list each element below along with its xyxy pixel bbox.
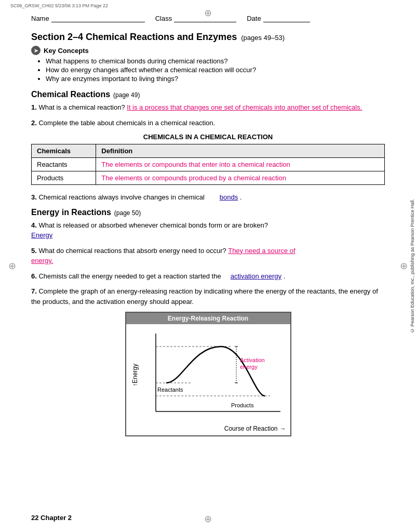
- q6-text: Chemists call the energy needed to get a…: [38, 272, 221, 280]
- key-concepts-label: Key Concepts: [44, 47, 89, 55]
- table-header-row: Chemicals Definition: [32, 144, 385, 158]
- q6-end: .: [284, 272, 286, 280]
- key-concept-2: How do energy changes affect whether a c…: [46, 66, 385, 74]
- q1-answer: It is a process that changes one set of …: [127, 103, 362, 111]
- name-field: Name: [31, 15, 145, 22]
- question-7: 7. Complete the graph of an energy-relea…: [31, 286, 385, 307]
- chem-reactions-page: (page 49): [113, 91, 140, 99]
- table-row: Products The elements or compounds produ…: [32, 171, 385, 185]
- graph-y-label: ↑ Energy: [129, 328, 140, 422]
- reactants-label: Reactants: [32, 158, 96, 171]
- question-2: 2. Complete the table about chemicals in…: [31, 118, 385, 128]
- products-label: Products: [32, 171, 96, 185]
- chem-reactions-label: Chemical Reactions: [31, 90, 110, 99]
- question-5: 5. What do chemical reactions that absor…: [31, 246, 385, 266]
- name-label: Name: [31, 15, 49, 22]
- key-concepts-header: ➤ Key Concepts: [31, 46, 385, 55]
- chemicals-table-section: CHEMICALS IN A CHEMICAL REACTION Chemica…: [31, 133, 385, 185]
- graph-x-label: Course of Reaction: [224, 425, 278, 432]
- question-4: 4. What is released or absorbed whenever…: [31, 220, 385, 241]
- graph-title: Energy-Releasing Reaction: [126, 313, 290, 324]
- section-title: Section 2–4 Chemical Reactions and Enzym…: [31, 32, 237, 43]
- q3-text: Chemical reactions always involve change…: [38, 193, 204, 201]
- question-3: 3. Chemical reactions always involve cha…: [31, 192, 385, 203]
- q5-text: What do chemical reactions that absorb e…: [38, 247, 226, 255]
- class-input-line: [174, 22, 236, 22]
- crosshair-right: ⊕: [400, 260, 408, 272]
- energy-reactions-page: (page 50): [114, 209, 141, 217]
- q5-number: 5.: [31, 247, 37, 255]
- question-6: 6. Chemists call the energy needed to ge…: [31, 271, 385, 282]
- date-field: Date: [247, 15, 310, 22]
- section-heading: Section 2–4 Chemical Reactions and Enzym…: [31, 32, 385, 43]
- graph-y-arrow: ↑: [131, 383, 139, 387]
- q2-text: Complete the table about chemicals in a …: [38, 119, 215, 127]
- graph-area: Activation energy Reactants Products: [140, 328, 286, 422]
- key-concepts-list: What happens to chemical bonds during ch…: [31, 57, 385, 83]
- table-row: Reactants The elements or compounds that…: [32, 158, 385, 171]
- date-label: Date: [247, 15, 261, 22]
- crosshair-top: ⊕: [204, 8, 212, 18]
- svg-text:Products: Products: [231, 402, 254, 408]
- q3-end: .: [240, 193, 242, 201]
- q4-text: What is released or absorbed whenever ch…: [38, 221, 268, 229]
- graph-svg: Activation energy Reactants Products: [140, 328, 286, 422]
- key-icon: ➤: [31, 46, 41, 55]
- products-definition: The elements or compounds produced by a …: [96, 171, 385, 185]
- q6-number: 6.: [31, 272, 37, 280]
- crosshair-left: ⊕: [8, 260, 16, 272]
- key-concept-1: What happens to chemical bonds during ch…: [46, 57, 385, 65]
- q7-text: Complete the graph of an energy-releasin…: [31, 287, 378, 305]
- q5-answer-part2: energy.: [31, 257, 53, 264]
- energy-reactions-label: Energy in Reactions: [31, 208, 111, 217]
- chemical-reactions-subheading: Chemical Reactions (page 49): [31, 90, 385, 99]
- table-title: CHEMICALS IN A CHEMICAL REACTION: [31, 133, 385, 141]
- col-header-chemicals: Chemicals: [32, 144, 96, 158]
- q1-number: 1.: [31, 103, 37, 111]
- q4-number: 4.: [31, 221, 37, 229]
- section-pages: (pages 49–53): [241, 34, 285, 42]
- q3-answer: bonds: [220, 193, 238, 201]
- q3-blank-spacer: [206, 193, 218, 201]
- footer-text: 22 Chapter 2: [31, 514, 72, 522]
- page: SC06_GRSW_CH02 5/23/06 3:13 PM Page 22 ⊕…: [0, 0, 416, 532]
- svg-rect-0: [140, 328, 286, 422]
- q3-number: 3.: [31, 193, 37, 201]
- graph-box: Energy-Releasing Reaction ↑ Energy: [125, 312, 291, 436]
- name-input-line: [51, 22, 145, 22]
- class-field: Class: [155, 15, 237, 22]
- page-footer: 22 Chapter 2: [31, 514, 72, 522]
- chemicals-table: Chemicals Definition Reactants The eleme…: [31, 144, 385, 185]
- graph-inner: ↑ Energy: [126, 324, 290, 424]
- date-input-line: [263, 22, 310, 22]
- svg-text:Reactants: Reactants: [157, 387, 183, 393]
- col-header-definition: Definition: [96, 144, 385, 158]
- q6-spacer: [223, 272, 229, 280]
- q2-number: 2.: [31, 119, 37, 127]
- svg-text:energy: energy: [240, 364, 258, 370]
- class-label: Class: [155, 15, 172, 22]
- graph-container: Energy-Releasing Reaction ↑ Energy: [31, 312, 385, 436]
- graph-x-arrow: →: [280, 425, 286, 432]
- key-concepts-block: ➤ Key Concepts What happens to chemical …: [31, 46, 385, 83]
- sidebar-copyright: © Pearson Education, Inc., publishing as…: [409, 0, 416, 532]
- q7-number: 7.: [31, 287, 37, 295]
- crosshair-bottom: ⊕: [204, 514, 212, 524]
- q1-text: What is a chemical reaction?: [38, 103, 125, 111]
- reactants-definition: The elements or compounds that enter int…: [96, 158, 385, 171]
- q5-answer-part1: They need a source of: [228, 247, 295, 255]
- svg-text:Activation: Activation: [240, 357, 265, 363]
- energy-reactions-subheading: Energy in Reactions (page 50): [31, 208, 385, 217]
- q6-answer: activation energy: [231, 272, 281, 280]
- key-concept-3: Why are enzymes important to living thin…: [46, 75, 385, 83]
- q4-answer: Energy: [31, 231, 52, 239]
- question-1: 1. What is a chemical reaction? It is a …: [31, 102, 385, 113]
- graph-x-label-line: Course of Reaction →: [126, 424, 290, 435]
